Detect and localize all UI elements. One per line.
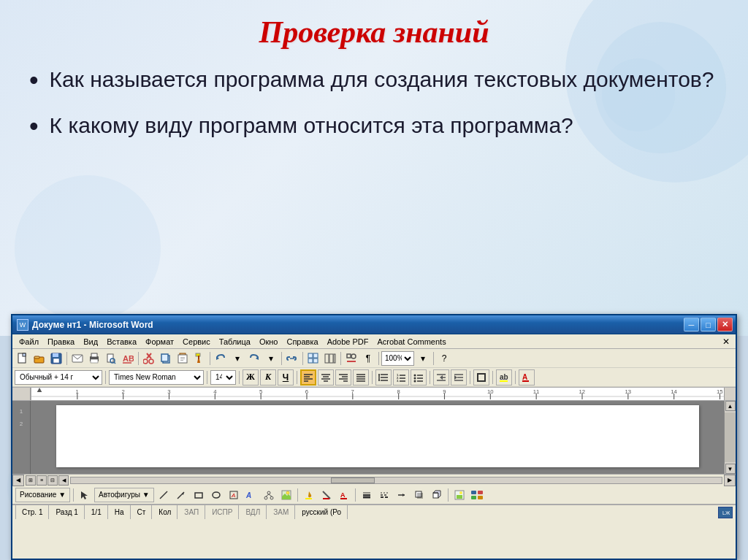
align-right-button[interactable] (335, 369, 351, 386)
font-color-draw-tool[interactable]: A (336, 487, 352, 503)
arrow-tool[interactable] (173, 487, 189, 503)
copy-button[interactable] (158, 350, 174, 367)
hyperlink-button[interactable] (284, 350, 300, 367)
vertical-scrollbar[interactable]: ▲ ▼ (724, 401, 736, 474)
scroll-left-button[interactable]: ◀ (12, 475, 24, 486)
drawing-menu-button[interactable]: Рисование ▼ (15, 488, 70, 502)
open-button[interactable] (31, 350, 47, 367)
line-tool[interactable] (156, 487, 172, 503)
arrow-style-tool[interactable] (394, 487, 410, 503)
help-button[interactable]: ? (436, 350, 452, 367)
h-scrollbar-row: ◀ ⊞ ≡ ⊟ ◀ ▶ (12, 474, 736, 486)
scroll-down-button[interactable]: ▼ (725, 464, 736, 474)
status-bar: Стр. 1 Разд 1 1/1 На Ст Кол ЗАП ИСПР ВДЛ… (12, 505, 736, 519)
font-color-button[interactable]: A (519, 369, 535, 386)
increase-indent-button[interactable] (451, 369, 467, 386)
italic-button[interactable]: К (260, 369, 276, 386)
justify-button[interactable] (353, 369, 369, 386)
menu-close-icon[interactable]: ✕ (720, 337, 733, 347)
cut-button[interactable] (141, 350, 157, 367)
page-nav-2[interactable]: ≡ (37, 475, 47, 486)
line-color-tool[interactable] (318, 487, 335, 503)
menu-file[interactable]: Файл (15, 337, 42, 347)
paste-button[interactable] (175, 350, 191, 367)
rectangle-tool[interactable] (191, 487, 207, 503)
menu-help[interactable]: Справка (283, 337, 321, 347)
align-center-button[interactable] (318, 369, 334, 386)
page-wrapper[interactable] (31, 401, 724, 474)
highlight-button[interactable]: ab (496, 369, 512, 386)
svg-rect-25 (180, 358, 185, 359)
decrease-indent-button[interactable] (433, 369, 449, 386)
zoom-dropdown[interactable]: 100% 75% 150% (381, 351, 414, 366)
menu-adobe-pdf[interactable]: Adobe PDF (324, 337, 373, 347)
format-toolbar: Обычный + 14 г Times New Roman Arial Cal… (12, 368, 736, 387)
redo-button[interactable] (246, 350, 262, 367)
undo-button[interactable] (213, 350, 229, 367)
maximize-button[interactable]: □ (701, 318, 716, 331)
page-nav-3[interactable]: ⊟ (47, 475, 58, 486)
menu-view[interactable]: Вид (80, 337, 102, 347)
autoshapes-button[interactable]: Автофигуры ▼ (94, 488, 154, 502)
spellcheck-button[interactable]: ABC (120, 350, 136, 367)
scroll-right-button[interactable]: ▶ (724, 475, 736, 486)
print-button[interactable] (86, 350, 102, 367)
new-document-button[interactable] (15, 350, 31, 367)
select-tool[interactable] (77, 487, 93, 503)
fill-color-tool[interactable] (301, 487, 317, 503)
svg-point-131 (267, 491, 270, 494)
zoom-dropdown-arrow[interactable]: ▾ (415, 350, 431, 367)
more-button[interactable] (469, 487, 485, 503)
close-button[interactable]: ✕ (717, 318, 733, 331)
ellipse-tool[interactable] (208, 487, 224, 503)
menu-window[interactable]: Окно (256, 337, 282, 347)
font-dropdown[interactable]: Times New Roman Arial Calibri (109, 370, 204, 385)
svg-text:3.: 3. (397, 379, 399, 383)
menu-tools[interactable]: Сервис (179, 337, 214, 347)
bold-button[interactable]: Ж (243, 369, 259, 386)
line-style-tool[interactable] (359, 487, 375, 503)
style-dropdown[interactable]: Обычный + 14 г (15, 370, 102, 385)
status-icon-1[interactable]: LЖ (718, 507, 733, 518)
h-scroll-thumb[interactable] (331, 477, 375, 483)
svg-line-13 (114, 362, 115, 364)
print-preview-button[interactable] (103, 350, 119, 367)
menu-acrobat[interactable]: Acrobat Comments (374, 337, 450, 347)
toolbar-sep-4 (281, 352, 282, 365)
save-button[interactable] (48, 350, 64, 367)
line-spacing-button[interactable] (375, 369, 392, 386)
minimize-button[interactable]: ─ (684, 318, 699, 331)
page-nav-1[interactable]: ⊞ (26, 475, 36, 486)
wordart-tool[interactable]: A (243, 487, 259, 503)
svg-rect-10 (91, 359, 98, 363)
bulleted-list-button[interactable] (411, 369, 427, 386)
dash-style-tool[interactable] (376, 487, 392, 503)
insert-table-button[interactable] (305, 350, 321, 367)
page-nav-4[interactable]: ◀ (58, 475, 69, 486)
diagram-tool[interactable] (261, 487, 277, 503)
menu-insert[interactable]: Вставка (103, 337, 140, 347)
document-page[interactable] (56, 405, 699, 467)
shadow-tool[interactable] (411, 487, 427, 503)
show-hide-button[interactable]: ¶ (360, 350, 376, 367)
menu-format[interactable]: Формат (142, 337, 178, 347)
scroll-up-button[interactable]: ▲ (725, 401, 736, 411)
align-left-button[interactable] (300, 369, 316, 386)
textbox-tool[interactable]: A (226, 487, 242, 503)
outside-border-button[interactable] (473, 369, 489, 386)
numbered-list-button[interactable]: 1.2.3. (393, 369, 409, 386)
redo-dropdown[interactable]: ▾ (263, 350, 279, 367)
email-button[interactable] (69, 350, 85, 367)
insert-columns-button[interactable] (322, 350, 338, 367)
clipart-tool[interactable] (278, 487, 294, 503)
menu-table[interactable]: Таблица (215, 337, 254, 347)
svg-rect-24 (180, 357, 185, 358)
font-size-dropdown[interactable]: 14 10 12 16 18 (210, 370, 236, 385)
underline-button[interactable]: Ч (278, 369, 294, 386)
insert-picture-button[interactable] (451, 487, 468, 503)
3d-tool[interactable] (429, 487, 445, 503)
drawing-toggle[interactable] (343, 350, 359, 367)
menu-edit[interactable]: Правка (44, 337, 78, 347)
format-painter-button[interactable] (191, 350, 207, 367)
undo-dropdown[interactable]: ▾ (229, 350, 245, 367)
